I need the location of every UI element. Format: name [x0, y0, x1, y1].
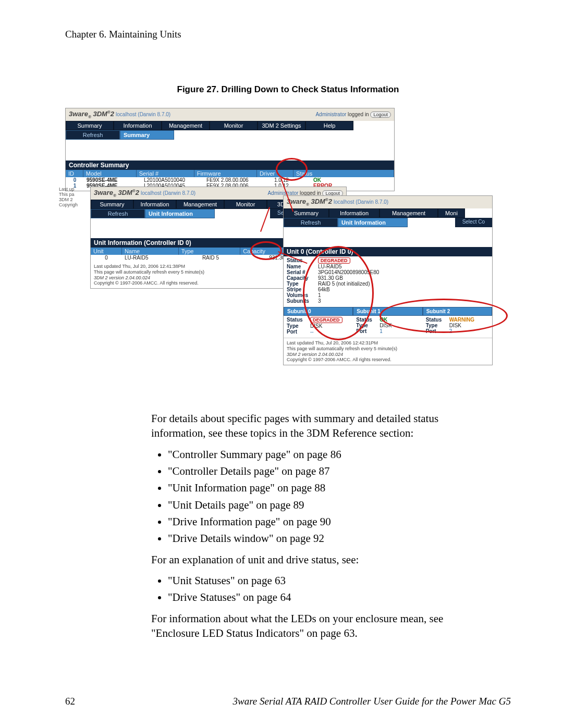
- tab[interactable]: Monitor: [224, 200, 267, 209]
- body-text: For details about specific pages with su…: [151, 411, 485, 640]
- tab[interactable]: Moni: [438, 208, 465, 218]
- tab[interactable]: Summary: [91, 200, 133, 209]
- tab[interactable]: Information: [133, 200, 176, 209]
- logout-button[interactable]: Logout: [370, 112, 391, 118]
- tab-monitor[interactable]: Monitor: [210, 121, 258, 130]
- tab-3dm-2-settings[interactable]: 3DM 2 Settings: [258, 121, 305, 130]
- tab-summary[interactable]: Summary: [66, 121, 114, 130]
- screenshot-unit-detail: 3ware® 3DM®2 localhost (Darwin 8.7.0) Su…: [283, 195, 493, 365]
- page-footer: 62 3ware Serial ATA RAID Controller User…: [65, 696, 511, 707]
- figure-caption: Figure 27. Drilling Down to Check Status…: [65, 84, 511, 95]
- refresh-button[interactable]: Refresh: [66, 130, 120, 140]
- chapter-header: Chapter 6. Maintaining Units: [65, 29, 511, 40]
- tab-management[interactable]: Management: [162, 121, 210, 130]
- tab-help[interactable]: Help: [305, 121, 353, 130]
- refresh-button[interactable]: Refresh: [91, 209, 145, 218]
- screenshot-summary: 3ware® 3DM®2 localhost (Darwin 8.7.0) Ad…: [65, 108, 395, 191]
- guide-title: 3ware Serial ATA RAID Controller User Gu…: [232, 696, 511, 707]
- tab[interactable]: Summary: [284, 208, 329, 218]
- refresh-button[interactable]: Refresh: [284, 218, 338, 227]
- page-number: 62: [65, 696, 75, 707]
- figure-screenshots: 3ware® 3DM®2 localhost (Darwin 8.7.0) Ad…: [65, 108, 511, 405]
- tab[interactable]: Management: [176, 200, 224, 209]
- subtab-unit-info[interactable]: Unit Information: [338, 218, 408, 227]
- tab[interactable]: Management: [380, 208, 438, 218]
- subtab-unit-info[interactable]: Unit Information: [145, 209, 215, 218]
- section-controller-summary: Controller Summary: [66, 161, 394, 170]
- tab-information[interactable]: Information: [114, 121, 162, 130]
- subtab-summary[interactable]: Summary: [120, 130, 174, 140]
- tab[interactable]: Information: [329, 208, 380, 218]
- section-unit-0: Unit 0 (Controller ID 0): [284, 247, 492, 256]
- brand: 3ware® 3DM®2: [69, 110, 114, 118]
